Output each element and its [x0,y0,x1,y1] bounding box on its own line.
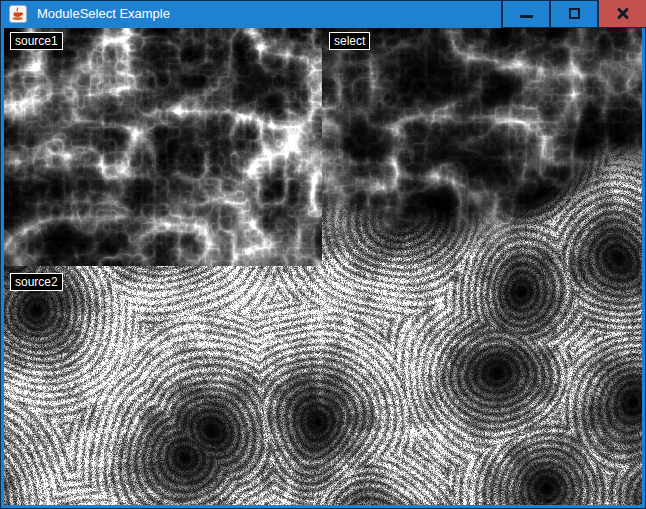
close-x-icon [616,7,630,21]
label-source2: source2 [10,273,63,291]
titlebar[interactable]: ModuleSelect Example [0,0,646,28]
window-controls [501,0,646,28]
noise-render-canvas [4,28,642,505]
label-source1: source1 [10,32,63,50]
app-window: ModuleSelect Example source1 select sour… [0,0,646,509]
minimize-button[interactable] [501,0,549,28]
window-title: ModuleSelect Example [37,6,501,22]
label-select: select [329,32,370,50]
java-coffee-cup-icon[interactable] [9,5,27,23]
maximize-square-icon [569,8,580,19]
java-coffee-cup-icon-svg [9,5,27,23]
minimize-dash-icon [520,15,533,18]
render-viewport: source1 select source2 [4,28,642,505]
maximize-button[interactable] [549,0,597,28]
close-button[interactable] [597,0,646,28]
